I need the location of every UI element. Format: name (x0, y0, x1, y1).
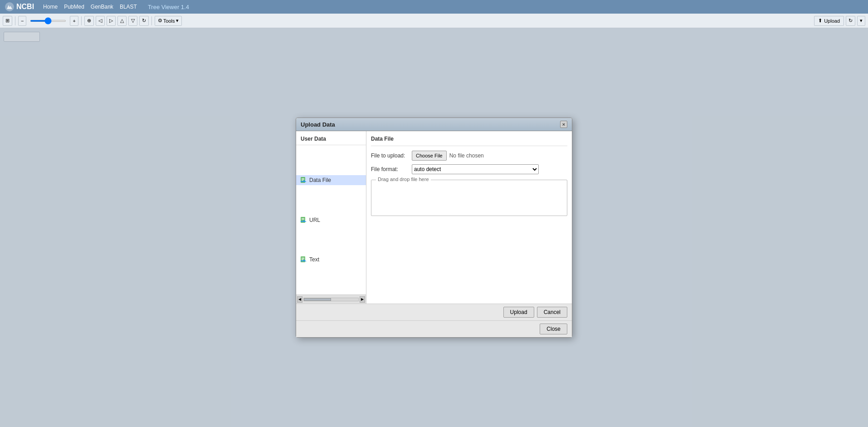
modal-overlay: Upload Data × User Data (0, 28, 868, 427)
toolbar: ⊞ − + ⊕ ◁ ▷ △ ▽ ↻ ⚙ Tools ▾ ⬆ Upload ↻ ▾ (0, 14, 868, 28)
more-btn[interactable]: ▾ (857, 16, 865, 26)
data-file-label: Data File (309, 177, 331, 183)
dialog-action-footer: Upload Cancel (296, 304, 572, 320)
left-panel-header: User Data (296, 134, 366, 145)
top-nav-bar: NCBI Home PubMed GenBank BLAST Tree View… (0, 0, 868, 14)
nav-pubmed[interactable]: PubMed (64, 4, 84, 10)
nav-blast[interactable]: BLAST (120, 4, 137, 10)
svg-rect-2 (302, 178, 304, 179)
main-content: Upload Data × User Data (0, 28, 868, 427)
left-panel: User Data Data File (296, 131, 366, 304)
text-icon (300, 256, 307, 263)
user-data-url-item[interactable]: URL (296, 215, 366, 225)
back-btn[interactable]: ◁ (96, 16, 105, 26)
upload-toolbar-label: Upload (824, 18, 840, 24)
tb-separator-3 (151, 16, 152, 25)
scroll-left-arrow[interactable]: ◀ (297, 296, 302, 303)
zoom-out-btn[interactable]: − (18, 16, 26, 26)
svg-rect-1 (301, 177, 305, 183)
left-panel-scrollbar: ◀ ▶ (296, 294, 366, 304)
svg-rect-6 (302, 218, 304, 219)
svg-rect-10 (302, 259, 304, 259)
cancel-button[interactable]: Cancel (537, 307, 567, 318)
tools-label: Tools (163, 18, 175, 24)
svg-rect-8 (301, 256, 305, 262)
ncbi-logo[interactable]: NCBI (5, 2, 34, 12)
drag-drop-legend: Drag and drop file here (376, 177, 431, 182)
zoom-slider[interactable] (30, 20, 66, 22)
file-format-select[interactable]: auto detectNewickNexusPhyloXMLNeXML (412, 164, 539, 174)
dialog-close-footer: Close (296, 320, 572, 337)
svg-rect-9 (302, 258, 304, 258)
close-button[interactable]: Close (540, 324, 567, 334)
dialog-title-text: Upload Data (301, 121, 335, 128)
scroll-track (303, 298, 359, 301)
svg-rect-7 (302, 219, 304, 220)
upload-dialog: Upload Data × User Data (296, 118, 572, 338)
ncbi-logo-icon (5, 2, 15, 12)
dialog-title-bar: Upload Data × (296, 118, 572, 131)
choose-file-button[interactable]: Choose File (412, 151, 447, 161)
file-format-row: File format: auto detectNewickNexusPhylo… (371, 164, 567, 174)
up-btn[interactable]: △ (117, 16, 127, 26)
dialog-body: User Data Data File (296, 131, 572, 304)
user-data-file-item[interactable]: Data File (296, 175, 366, 185)
file-upload-row: File to upload: Choose File No file chos… (371, 151, 567, 161)
zoom-in-btn[interactable]: + (70, 16, 78, 26)
upload-button[interactable]: Upload (503, 307, 534, 318)
data-file-icon (300, 177, 307, 184)
url-icon (300, 216, 307, 224)
url-label: URL (309, 217, 320, 223)
rotate-btn[interactable]: ↻ (139, 16, 149, 26)
app-title: Tree Viewer 1.4 (148, 4, 189, 10)
scroll-right-arrow[interactable]: ▶ (360, 296, 365, 303)
nav-home[interactable]: Home (43, 4, 58, 10)
ncbi-logo-text: NCBI (16, 3, 34, 11)
upload-icon: ⬆ (818, 18, 822, 24)
chevron-down-icon: ▾ (176, 18, 179, 24)
scroll-thumb (304, 298, 331, 301)
select-btn[interactable]: ⊕ (84, 16, 94, 26)
tb-separator-2 (81, 16, 82, 25)
drag-drop-area[interactable]: Drag and drop file here (371, 180, 567, 216)
svg-rect-5 (301, 217, 305, 223)
forward-btn[interactable]: ▷ (107, 16, 116, 26)
file-chosen-text: No file chosen (449, 152, 484, 159)
dialog-close-button[interactable]: × (560, 121, 567, 128)
gear-icon: ⚙ (158, 18, 162, 24)
tb-separator-1 (15, 16, 15, 25)
upload-toolbar-btn[interactable]: ⬆ Upload (814, 16, 844, 26)
refresh-btn[interactable]: ↻ (846, 16, 855, 26)
nav-genbank[interactable]: GenBank (91, 4, 113, 10)
svg-rect-4 (302, 180, 303, 181)
file-to-upload-label: File to upload: (371, 152, 412, 159)
expand-collapse-btn[interactable]: ⊞ (3, 16, 12, 26)
down-btn[interactable]: ▽ (128, 16, 137, 26)
tools-btn[interactable]: ⚙ Tools ▾ (155, 16, 182, 26)
user-data-text-item[interactable]: Text (296, 255, 366, 265)
svg-point-0 (5, 2, 14, 11)
right-panel-header: Data File (371, 136, 567, 146)
file-format-label: File format: (371, 166, 412, 172)
svg-rect-3 (302, 179, 304, 180)
right-panel: Data File File to upload: Choose File No… (366, 131, 572, 304)
svg-rect-11 (302, 260, 303, 260)
text-label: Text (309, 256, 319, 263)
